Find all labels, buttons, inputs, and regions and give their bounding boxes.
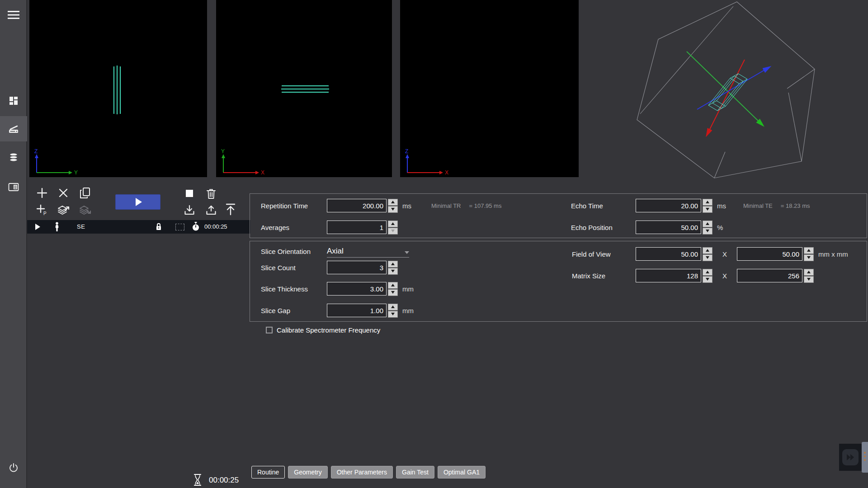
sequence-name: SE — [77, 220, 85, 234]
copy-scan-button[interactable] — [77, 185, 93, 201]
lock-icon[interactable] — [156, 222, 162, 231]
upload-button[interactable] — [203, 202, 219, 218]
fov-y-input[interactable] — [737, 247, 802, 261]
mri-console-screen: Z Y Y X Z X — [0, 0, 868, 488]
sidebar-item-database[interactable] — [0, 145, 27, 170]
run-scan-button[interactable] — [115, 194, 160, 210]
repetition-time-label: Repetition Time — [261, 202, 327, 210]
tab-geometry[interactable]: Geometry — [288, 466, 327, 479]
apply-stack-disabled-icon — [79, 204, 91, 216]
trash-icon — [206, 188, 216, 199]
fov-y-stepper — [804, 247, 814, 261]
step-down-button[interactable] — [703, 254, 712, 261]
sidebar-item-records[interactable] — [0, 174, 27, 200]
slice-orientation-dropdown[interactable]: Axial — [327, 245, 409, 258]
download-icon — [184, 205, 195, 216]
remove-scan-button[interactable] — [55, 185, 71, 201]
dot-icon — [864, 452, 866, 454]
matrix-x-input[interactable] — [636, 269, 701, 282]
step-up-button[interactable] — [388, 304, 398, 310]
step-down-button[interactable] — [703, 206, 712, 213]
fov-x-input[interactable] — [636, 247, 701, 261]
viewport-3d[interactable] — [633, 0, 868, 181]
sidebar-item-scanner[interactable] — [0, 116, 27, 141]
apply-stack-all-button[interactable] — [77, 202, 93, 218]
step-up-button[interactable] — [804, 247, 814, 254]
power-button[interactable] — [0, 455, 27, 481]
recorder-badge[interactable] — [842, 449, 859, 465]
slice-count-input[interactable] — [327, 261, 387, 274]
viewport-axial[interactable]: Y X — [216, 0, 392, 177]
stop-scan-button[interactable] — [181, 185, 198, 202]
slice-line — [120, 66, 121, 114]
axis-label: Z — [405, 149, 408, 155]
download-button[interactable] — [181, 202, 198, 218]
step-down-button[interactable] — [388, 311, 398, 318]
step-up-button[interactable] — [388, 282, 398, 289]
minimal-te-label: Minimal TE — [743, 202, 773, 209]
axis-gizmo: Z Y — [31, 149, 99, 176]
calibrate-checkbox[interactable] — [266, 327, 273, 333]
sequence-duration: 00:00:25 — [204, 220, 227, 234]
slice-thickness-input[interactable] — [327, 282, 387, 296]
step-up-button[interactable] — [703, 221, 712, 227]
edge-toolbar[interactable] — [862, 442, 868, 473]
matrix-x-stepper — [703, 269, 712, 283]
dimension-separator: X — [722, 272, 727, 280]
stopwatch-icon — [192, 222, 200, 231]
run-icon — [136, 198, 142, 206]
matrix-size-label: Matrix Size — [572, 272, 636, 280]
upload-all-button[interactable] — [222, 201, 239, 217]
echo-time-input[interactable] — [636, 199, 701, 212]
apply-stack-button[interactable] — [55, 202, 71, 218]
selection-icon[interactable] — [175, 224, 184, 230]
slice-orientation-value: Axial — [327, 247, 344, 256]
remove-icon — [59, 188, 68, 197]
step-down-button[interactable] — [703, 228, 712, 235]
sequence-row[interactable]: SE 00:00:25 — [27, 220, 250, 234]
step-down-button[interactable] — [388, 268, 398, 275]
step-down-button[interactable] — [703, 276, 712, 283]
step-down-button[interactable] — [388, 228, 398, 235]
step-up-button[interactable] — [804, 269, 814, 276]
viewport-coronal[interactable]: Z Y — [29, 0, 207, 177]
minimal-tr-label: Minimal TR — [431, 202, 461, 209]
step-down-button[interactable] — [388, 289, 398, 296]
viewport-sagittal[interactable]: Z X — [400, 0, 579, 177]
repetition-time-stepper — [388, 199, 398, 213]
add-scan-button[interactable] — [34, 185, 50, 201]
dot-icon — [864, 459, 866, 461]
axis-3d-z — [697, 67, 770, 109]
slice-gap-input[interactable] — [327, 304, 387, 317]
delete-button[interactable] — [203, 186, 219, 202]
step-down-button[interactable] — [388, 206, 398, 213]
step-up-button[interactable] — [703, 247, 712, 254]
matrix-y-input[interactable] — [737, 269, 802, 282]
sidebar-item-dashboard[interactable] — [0, 88, 27, 113]
step-up-button[interactable] — [703, 199, 712, 206]
calibrate-checkbox-row[interactable]: Calibrate Spectrometer Frequency — [266, 326, 380, 334]
tab-routine[interactable]: Routine — [251, 466, 285, 479]
corner-widget — [839, 444, 862, 471]
slice-gap-label: Slice Gap — [261, 307, 327, 314]
slice-thickness-stepper — [388, 282, 398, 296]
protocol-letter: P — [43, 211, 47, 216]
tab-gain-test[interactable]: Gain Test — [396, 466, 434, 479]
hamburger-menu-button[interactable] — [0, 2, 27, 28]
step-up-button[interactable] — [388, 261, 398, 267]
averages-input[interactable] — [327, 221, 387, 234]
play-icon[interactable] — [35, 224, 40, 230]
step-up-button[interactable] — [703, 269, 712, 276]
step-down-button[interactable] — [804, 276, 814, 283]
repetition-time-input[interactable] — [327, 199, 387, 212]
tab-other-parameters[interactable]: Other Parameters — [331, 466, 393, 479]
add-protocol-button[interactable]: P — [34, 202, 50, 218]
tab-optimal-ga1[interactable]: Optimal GA1 — [438, 466, 486, 479]
echo-position-input[interactable] — [636, 221, 701, 234]
step-up-button[interactable] — [388, 199, 398, 206]
timing-panel: Repetition Time ms Minimal TR = 107.95 m… — [250, 193, 867, 238]
step-down-button[interactable] — [804, 254, 814, 261]
step-up-button[interactable] — [388, 221, 398, 227]
averages-stepper — [388, 221, 398, 235]
slice-thickness-label: Slice Thickness — [261, 285, 327, 293]
